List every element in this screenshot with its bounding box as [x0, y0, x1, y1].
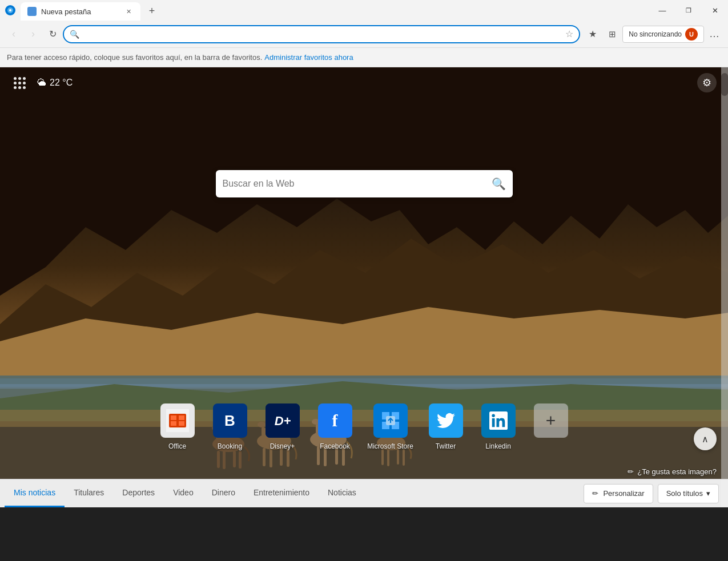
svg-rect-39: [381, 449, 384, 465]
news-tab-dinero[interactable]: Dinero: [203, 479, 244, 507]
svg-rect-24: [270, 448, 272, 467]
solo-titulos-label: Solo títulos: [666, 489, 703, 498]
search-submit-button[interactable]: 🔍: [492, 177, 506, 191]
nt-settings-button[interactable]: ⚙: [697, 73, 717, 92]
minimize-button[interactable]: —: [649, 0, 675, 21]
favorites-bar-text: Para tener acceso rápido, coloque sus fa…: [7, 53, 262, 62]
solo-titulos-button[interactable]: Solo títulos ▾: [658, 484, 719, 503]
svg-rect-49: [171, 421, 176, 426]
grid-dot: [23, 77, 26, 80]
news-tab-entretenimiento[interactable]: Entretenimiento: [244, 479, 319, 507]
svg-rect-16: [223, 451, 226, 469]
svg-rect-42: [403, 449, 405, 466]
svg-rect-18: [239, 451, 242, 469]
shortcuts-row: Office B Booking D+ Disney+ f Faceboo: [0, 403, 728, 450]
svg-rect-15: [217, 451, 220, 468]
shortcut-linkedin-icon: [481, 403, 516, 438]
more-button[interactable]: …: [705, 25, 723, 43]
grid-dot: [23, 86, 26, 89]
news-tab-deportes[interactable]: Deportes: [113, 479, 164, 507]
sync-label: No sincronizando: [629, 30, 682, 38]
weather-temp: 22 °C: [50, 78, 73, 88]
personalize-button[interactable]: ✏ Personalizar: [584, 484, 653, 503]
apps-grid-button[interactable]: [11, 75, 28, 91]
image-credit[interactable]: ✏ ¿Te gusta esta imagen?: [628, 467, 717, 476]
svg-rect-17: [233, 451, 236, 467]
svg-rect-50: [179, 421, 184, 426]
nt-top-left: 🌥 22 °C: [11, 75, 73, 91]
shortcut-disney-label: Disney+: [270, 442, 295, 450]
shortcut-linkedin-label: Linkedin: [485, 442, 511, 450]
shortcut-linkedin[interactable]: Linkedin: [476, 403, 521, 450]
favorites-button[interactable]: ★: [584, 25, 602, 43]
tab-close-button[interactable]: ✕: [123, 6, 134, 17]
news-tab-video[interactable]: Video: [164, 479, 203, 507]
nt-top-bar: 🌥 22 °C ⚙: [0, 73, 728, 92]
scroll-thumb[interactable]: [721, 73, 728, 96]
back-button[interactable]: ‹: [5, 25, 23, 43]
shortcut-booking[interactable]: B Booking: [207, 403, 253, 450]
pencil-icon-2: ✏: [592, 489, 598, 498]
maximize-button[interactable]: ❒: [675, 0, 702, 21]
shortcut-twitter-label: Twitter: [436, 442, 456, 450]
shortcut-facebook-label: Facebook: [320, 442, 350, 450]
search-icon: 🔍: [70, 30, 79, 39]
shortcut-msstore[interactable]: Microsoft Store: [365, 403, 416, 450]
tab-label: Nueva pestaña: [41, 7, 119, 16]
address-input[interactable]: [83, 30, 562, 39]
svg-point-2: [9, 9, 11, 11]
grid-dot: [14, 82, 17, 84]
grid-dot: [14, 86, 17, 89]
shortcut-facebook[interactable]: f Facebook: [312, 403, 358, 450]
weather-icon: 🌥: [37, 78, 46, 88]
news-tab-noticias[interactable]: Noticias: [319, 479, 365, 507]
address-bar[interactable]: 🔍 ☆: [63, 25, 580, 43]
scroll-up-button[interactable]: ∧: [694, 427, 717, 450]
browser-logo: [5, 5, 16, 16]
active-tab[interactable]: Nueva pestaña ✕: [21, 2, 140, 21]
refresh-button[interactable]: ↻: [43, 25, 62, 43]
news-tab-titulares[interactable]: Titulares: [65, 479, 113, 507]
manage-favorites-link[interactable]: Administrar favoritos ahora: [264, 53, 353, 62]
news-bar-right: ✏ Personalizar Solo títulos ▾: [584, 484, 728, 503]
svg-rect-41: [397, 449, 399, 465]
shortcut-disney-icon: D+: [266, 403, 300, 438]
grid-dot: [18, 77, 21, 80]
shortcut-msstore-icon: [373, 403, 408, 438]
sync-button[interactable]: No sincronizando U: [622, 26, 704, 43]
close-button[interactable]: ✕: [702, 0, 728, 21]
grid-dot: [14, 77, 17, 80]
favorites-star-icon[interactable]: ☆: [565, 29, 573, 39]
profile-avatar: U: [685, 28, 698, 41]
add-shortcut-button[interactable]: +: [528, 403, 574, 438]
personalize-label: Personalizar: [603, 489, 644, 498]
svg-rect-25: [280, 448, 283, 466]
weather-widget[interactable]: 🌥 22 °C: [37, 78, 73, 88]
new-tab-page: 🌥 22 °C ⚙ 🔍: [0, 67, 728, 507]
svg-rect-47: [171, 415, 176, 420]
collections-button[interactable]: ⊞: [603, 25, 621, 43]
svg-text:D+: D+: [274, 414, 291, 428]
scroll-track[interactable]: [721, 67, 728, 507]
svg-rect-23: [263, 448, 266, 466]
search-box[interactable]: 🔍: [216, 170, 513, 197]
shortcut-booking-icon: B: [213, 403, 247, 438]
news-tab-mis-noticias[interactable]: Mis noticias: [5, 479, 65, 507]
shortcut-booking-label: Booking: [218, 442, 242, 450]
add-shortcut-icon: +: [534, 403, 568, 438]
grid-dot: [18, 86, 21, 89]
new-tab-button[interactable]: +: [143, 3, 161, 19]
forward-button[interactable]: ›: [24, 25, 42, 43]
shortcut-office-label: Office: [168, 442, 186, 450]
toolbar-right: ★ ⊞ No sincronizando U …: [584, 25, 723, 43]
svg-rect-40: [387, 449, 389, 466]
search-input[interactable]: [223, 179, 487, 189]
svg-rect-48: [179, 415, 184, 420]
shortcut-office-icon: [160, 403, 195, 438]
shortcut-facebook-icon: f: [318, 403, 352, 438]
shortcut-twitter[interactable]: Twitter: [423, 403, 469, 450]
shortcut-office[interactable]: Office: [155, 403, 200, 450]
grid-dot: [23, 82, 26, 84]
tab-favicon: [27, 7, 37, 16]
shortcut-disney[interactable]: D+ Disney+: [260, 403, 305, 450]
